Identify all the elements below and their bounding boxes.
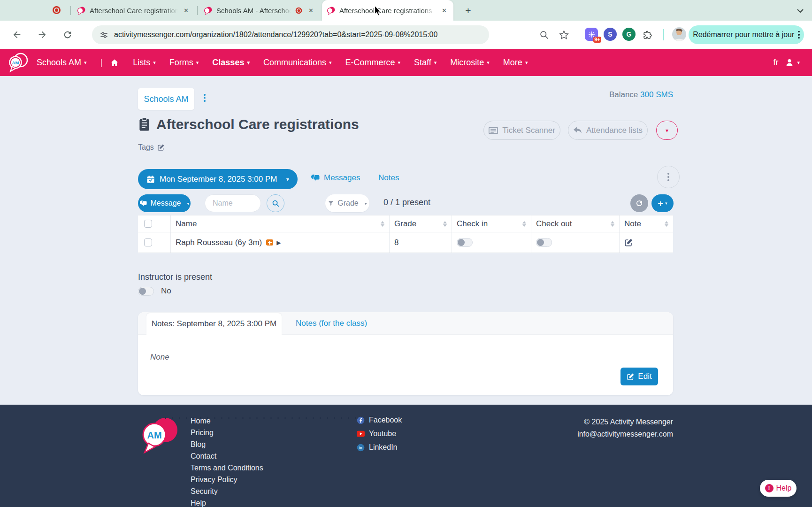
- site-info-icon[interactable]: [100, 31, 108, 39]
- medical-alert-icon[interactable]: [266, 239, 273, 246]
- grade-filter-dropdown[interactable]: Grade ▾: [325, 194, 369, 212]
- footer-link-privacy[interactable]: Privacy Policy: [191, 474, 263, 485]
- nav-item-forms[interactable]: Forms▾: [169, 58, 199, 68]
- sort-icon[interactable]: [522, 221, 526, 227]
- youtube-link[interactable]: Youtube: [357, 430, 402, 438]
- close-tab-icon[interactable]: ✕: [182, 6, 191, 15]
- column-header-grade[interactable]: Grade: [390, 215, 452, 232]
- edit-tags-icon[interactable]: [157, 144, 165, 151]
- nav-item-microsite[interactable]: Microsite▾: [450, 58, 490, 68]
- messages-link[interactable]: Messages: [311, 173, 360, 183]
- sort-icon[interactable]: [443, 221, 447, 227]
- footer-link-pricing[interactable]: Pricing: [191, 427, 263, 438]
- caret-down-icon: ▾: [329, 60, 332, 66]
- footer-link-blog[interactable]: Blog: [191, 438, 263, 450]
- contact-email[interactable]: info@activitymessenger.com: [577, 428, 673, 440]
- grade-filter-label: Grade: [337, 199, 358, 207]
- footer-links: Home Pricing Blog Contact Terms and Cond…: [191, 415, 263, 507]
- refresh-button[interactable]: [630, 194, 648, 212]
- bookmark-star-icon[interactable]: [558, 29, 570, 41]
- ticket-scanner-button[interactable]: Ticket Scanner: [483, 121, 560, 140]
- add-dropdown-button[interactable]: + ▾: [651, 194, 674, 212]
- notes-session-tab[interactable]: Notes: September 8, 2025 3:00 PM: [146, 313, 282, 335]
- footer-copyright-block: © 2025 Activity Messenger info@activitym…: [577, 416, 673, 440]
- nav-item-lists[interactable]: Lists▾: [133, 58, 156, 68]
- footer-logo: AM: [137, 415, 182, 455]
- instructor-present-toggle[interactable]: [138, 287, 154, 296]
- session-kebab-menu[interactable]: [657, 166, 680, 188]
- footer-link-help[interactable]: Help: [191, 497, 263, 507]
- nav-home[interactable]: [110, 58, 119, 67]
- attendance-lists-button[interactable]: Attendance lists: [568, 121, 648, 140]
- browser-tab-active[interactable]: Afterschool Care registrations ✕: [322, 0, 453, 21]
- message-dropdown-button[interactable]: Message ▾: [138, 194, 191, 212]
- back-icon[interactable]: [10, 28, 23, 41]
- url-text[interactable]: activitymessenger.com/organization/1802/…: [114, 31, 437, 39]
- plus-icon: +: [658, 199, 663, 208]
- session-date-dropdown[interactable]: Mon September 8, 2025 3:00 PM ▾: [138, 169, 298, 189]
- footer-link-terms[interactable]: Terms and Conditions: [191, 462, 263, 474]
- skype-extension-icon[interactable]: S: [604, 28, 617, 41]
- footer-link-security[interactable]: Security: [191, 485, 263, 497]
- nav-item-ecommerce[interactable]: E-Commerce▾: [345, 58, 401, 68]
- nav-item-classes[interactable]: Classes▾: [212, 58, 250, 68]
- footer-link-home[interactable]: Home: [191, 415, 263, 427]
- help-floating-button[interactable]: ! Help: [760, 480, 797, 497]
- column-header-name[interactable]: Name: [171, 215, 390, 232]
- edit-notes-button[interactable]: Edit: [620, 368, 658, 385]
- forward-icon[interactable]: [36, 28, 49, 41]
- nav-item-communications[interactable]: Communications▾: [263, 58, 332, 68]
- sort-icon[interactable]: [611, 221, 614, 227]
- row-note-edit-icon[interactable]: [624, 238, 633, 247]
- linkedin-link[interactable]: in LinkedIn: [357, 443, 402, 452]
- row-checkbox[interactable]: [144, 238, 152, 246]
- activity-messenger-favicon: [77, 6, 86, 15]
- tab-search-chevron-icon[interactable]: [794, 5, 806, 17]
- name-search-input[interactable]: [205, 194, 261, 212]
- more-actions-dropdown[interactable]: ▾: [656, 121, 678, 140]
- help-label: Help: [776, 484, 792, 492]
- sort-icon[interactable]: [665, 221, 668, 227]
- profile-avatar[interactable]: [672, 27, 686, 41]
- student-name[interactable]: Raph Rousseau (6y 3m): [176, 238, 262, 247]
- grammarly-extension-icon[interactable]: G: [622, 28, 636, 41]
- column-header-note[interactable]: Note: [620, 215, 673, 232]
- search-button[interactable]: [267, 194, 284, 212]
- caret-down-icon: ▾: [525, 60, 528, 66]
- extensions-puzzle-icon[interactable]: [641, 29, 653, 41]
- table-row: Raph Rousseau (6y 3m) ▶ 8: [138, 232, 673, 253]
- column-header-checkout[interactable]: Check out: [531, 215, 620, 232]
- new-tab-button[interactable]: +: [462, 4, 475, 17]
- caret-down-icon: ▾: [665, 201, 667, 206]
- student-name-cell[interactable]: Raph Rousseau (6y 3m) ▶: [171, 232, 390, 253]
- language-switch[interactable]: fr: [773, 58, 778, 68]
- org-button[interactable]: Schools AM: [138, 88, 194, 110]
- browser-tab-1[interactable]: Afterschool Care registration ✕: [72, 0, 195, 21]
- org-kebab-icon[interactable]: [204, 94, 206, 102]
- column-header-checkin[interactable]: Check in: [452, 215, 531, 232]
- reload-icon[interactable]: [61, 28, 74, 41]
- browser-menu-kebab-icon[interactable]: [798, 31, 800, 39]
- balance-value[interactable]: 300 SMS: [640, 90, 673, 99]
- zoom-icon[interactable]: [538, 29, 550, 41]
- nav-item-staff[interactable]: Staff▾: [414, 58, 437, 68]
- browser-tab-2[interactable]: Schools AM - Afterschool ✕: [199, 0, 320, 21]
- expand-row-icon[interactable]: ▶: [276, 239, 281, 246]
- account-menu[interactable]: ▾: [785, 58, 800, 67]
- url-bar[interactable]: activitymessenger.com/organization/1802/…: [92, 25, 489, 44]
- close-tab-icon[interactable]: ✕: [440, 6, 449, 15]
- notes-link[interactable]: Notes: [378, 173, 399, 183]
- org-button-label: Schools AM: [144, 94, 188, 104]
- close-tab-icon[interactable]: ✕: [306, 6, 315, 15]
- select-all-checkbox[interactable]: [144, 220, 152, 228]
- facebook-link[interactable]: Facebook: [357, 416, 402, 424]
- notes-class-tab[interactable]: Notes (for the class): [296, 319, 367, 328]
- extension-icon[interactable]: 9+: [585, 28, 598, 41]
- check-out-toggle[interactable]: [536, 238, 552, 247]
- nav-item-more[interactable]: More▾: [503, 58, 528, 68]
- sort-icon[interactable]: [381, 221, 384, 227]
- check-in-toggle[interactable]: [457, 238, 473, 247]
- nav-org-menu[interactable]: Schools AM▾: [37, 58, 87, 68]
- restart-to-update-button[interactable]: Redémarrer pour mettre à jour: [689, 25, 804, 44]
- footer-link-contact[interactable]: Contact: [191, 450, 263, 462]
